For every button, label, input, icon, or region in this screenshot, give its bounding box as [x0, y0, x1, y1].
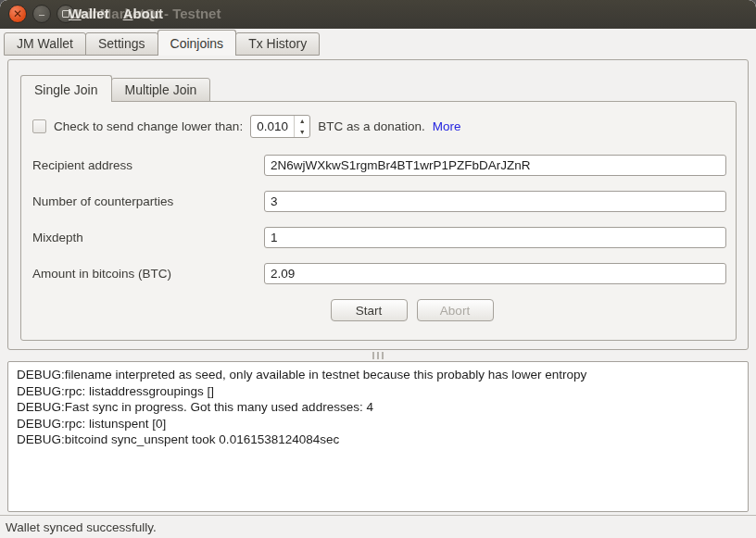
menu-about-rest: bout: [132, 6, 162, 21]
action-buttons: Start Abort: [32, 299, 726, 321]
log-line: DEBUG:bitcoind sync_unspent took 0.01615…: [17, 432, 739, 448]
tab-tx-history[interactable]: Tx History: [235, 32, 320, 56]
donation-row: Check to send change lower than: ▲ ▼ BTC…: [32, 115, 726, 138]
amount-label: Amount in bitcoins (BTC): [32, 267, 264, 281]
tab-coinjoins[interactable]: Coinjoins: [158, 30, 237, 56]
abort-button[interactable]: Abort: [417, 299, 494, 321]
mixdepth-label: Mixdepth: [32, 231, 264, 244]
log-line: DEBUG:rpc: listunspent [0]: [17, 416, 739, 432]
menu-wallet-rest: allet: [82, 6, 109, 21]
donation-amount-spinner: ▲ ▼: [250, 115, 310, 138]
spin-down-icon[interactable]: ▼: [295, 127, 309, 138]
log-line: DEBUG:rpc: listaddressgroupings []: [17, 383, 739, 400]
tab-settings[interactable]: Settings: [85, 32, 158, 56]
menu-about-mnemonic: A: [123, 6, 133, 21]
recipient-address-input[interactable]: [264, 155, 726, 176]
statusbar: Wallet synced successfully.: [0, 515, 756, 538]
splitter-handle[interactable]: [0, 350, 756, 361]
donation-amount-input[interactable]: [251, 116, 294, 137]
log-line: DEBUG:Fast sync in progress. Got this ma…: [17, 399, 739, 416]
start-button[interactable]: Start: [331, 299, 408, 321]
form-row-amount: Amount in bitcoins (BTC): [32, 263, 726, 284]
window-controls: ✕ –: [8, 5, 75, 23]
mixdepth-input[interactable]: [264, 227, 726, 248]
titlebar[interactable]: ✕ – JoinMarketQt - Testnet Wallet About: [0, 0, 756, 29]
form-row-recipient: Recipient address: [32, 155, 726, 176]
main-tabbar: JM Wallet Settings Coinjoins Tx History: [0, 29, 756, 56]
counterparties-input[interactable]: [264, 191, 726, 212]
spin-up-icon[interactable]: ▲: [295, 116, 309, 127]
joinmarket-window: ✕ – JoinMarketQt - Testnet Wallet About …: [0, 0, 756, 538]
log-line: DEBUG:filename interpreted as seed, only…: [17, 367, 739, 383]
form-row-counterparties: Number of counterparties: [32, 191, 726, 212]
recipient-address-label: Recipient address: [32, 158, 264, 172]
menubar: Wallet About: [69, 6, 163, 21]
menu-about[interactable]: About: [123, 6, 163, 21]
minimize-icon[interactable]: –: [32, 5, 51, 23]
tab-single-join[interactable]: Single Join: [20, 75, 112, 102]
menu-wallet[interactable]: Wallet: [69, 6, 109, 21]
debug-log[interactable]: DEBUG:filename interpreted as seed, only…: [7, 361, 749, 512]
donation-checkbox[interactable]: [32, 119, 46, 133]
donation-suffix: BTC as a donation.: [318, 119, 425, 133]
counterparties-label: Number of counterparties: [32, 194, 264, 208]
donation-more-link[interactable]: More: [433, 119, 461, 133]
menu-wallet-mnemonic: W: [69, 6, 82, 21]
form-row-mixdepth: Mixdepth: [32, 227, 726, 248]
spinner-arrows: ▲ ▼: [294, 116, 309, 137]
tab-multiple-join[interactable]: Multiple Join: [111, 78, 211, 102]
status-message: Wallet synced successfully.: [6, 520, 157, 534]
join-tabbar: Single Join Multiple Join: [20, 75, 209, 102]
coinjoins-panel: Single Join Multiple Join Check to send …: [7, 59, 749, 350]
donation-label: Check to send change lower than:: [54, 119, 243, 133]
tab-jm-wallet[interactable]: JM Wallet: [4, 32, 86, 56]
single-join-pane: Check to send change lower than: ▲ ▼ BTC…: [20, 101, 737, 341]
amount-input[interactable]: [264, 263, 726, 284]
close-icon[interactable]: ✕: [8, 5, 27, 23]
